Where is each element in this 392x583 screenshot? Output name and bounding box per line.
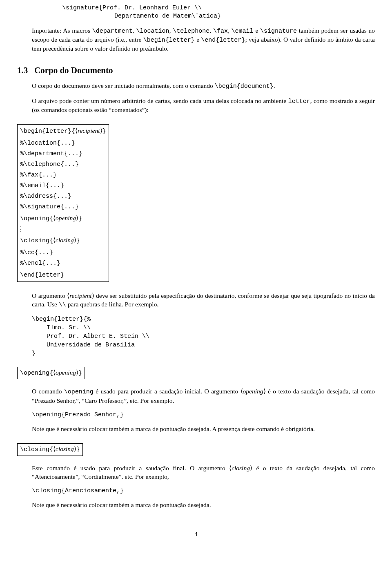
paragraph: O comando \opening é usado para produzir… [32,387,375,405]
code-box-opening: \opening{⟨opening⟩} [17,367,85,379]
code-box-letter-template: \begin{letter}{⟨recipient⟩} %\location{.… [17,124,109,282]
code-line: \signature{Prof. Dr. Leonhard Euler \\ [62,4,202,11]
paragraph: O argumento ⟨recipient⟩ deve ser substit… [32,292,375,309]
paragraph: Este comando é usado para produzir a sau… [32,464,375,481]
paragraph-important: Importante: As macros \department, \loca… [32,27,375,53]
page-number: 4 [17,530,375,538]
paragraph: Note que é necessário colocar também a m… [32,501,375,509]
top-code-block: \signature{Prof. Dr. Leonhard Euler \\ D… [62,4,375,21]
paragraph: O arquivo pode conter um número arbitrár… [32,97,375,114]
section-heading: 1.3 Corpo do Documento [17,65,375,76]
code-example-closing: \closing{Atenciosamente,} [32,487,375,495]
code-example-recipient: \begin{letter}{% Ilmo. Sr. \\ Prof. Dr. … [32,315,375,358]
code-line: Departamento de Matem\'atica} [114,13,221,20]
code-box-closing: \closing{⟨closing⟩} [17,443,83,456]
paragraph: O corpo do documento deve ser iniciado n… [32,82,375,91]
code-example-opening: \opening{Prezado Senhor,} [32,411,375,419]
paragraph: Note que é necessário colocar também a m… [32,425,375,433]
